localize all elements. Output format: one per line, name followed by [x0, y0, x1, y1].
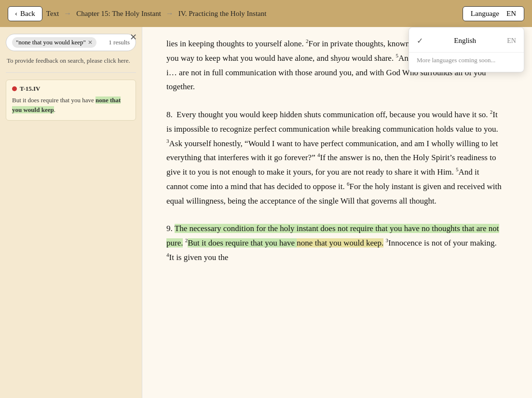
result-snippet: But it does require that you have none t…	[12, 96, 130, 116]
paragraph-9: 9.The necessary condition for the holy i…	[166, 221, 503, 264]
nav-text-label: Text	[46, 10, 59, 18]
english-code: EN	[507, 37, 516, 45]
feedback-text: To provide feedback on search, please cl…	[7, 56, 135, 66]
content-area[interactable]: lies in keeping thoughts to yourself alo…	[142, 27, 532, 398]
para-9-s2-key: none that you would keep.	[297, 238, 383, 247]
result-ref-text: T-15.IV	[20, 85, 41, 93]
back-button[interactable]: ‹ Back	[8, 6, 42, 21]
nav-bar: ‹ Back Text → Chapter 15: The Holy Insta…	[0, 0, 532, 27]
snippet-after: .	[54, 106, 55, 113]
result-card[interactable]: T-15.IV But it does require that you hav…	[6, 80, 136, 121]
paragraph-8: 8. Every thought you would keep hidden s…	[166, 108, 503, 208]
search-tag: "none that you would keep" ✕	[12, 37, 96, 48]
sidebar-close-button[interactable]: ✕	[130, 32, 137, 42]
language-option-english[interactable]: ✓ English EN	[409, 31, 524, 50]
para-8-num: 8.	[166, 110, 173, 119]
language-dropdown: ✓ English EN More languages coming soon.…	[409, 27, 524, 72]
para-8-s1: Every thought you would keep hidden shut…	[177, 110, 488, 119]
para-9-s4: It is given you the	[169, 253, 229, 262]
english-label: English	[454, 37, 476, 45]
search-bar: "none that you would keep" ✕ 1 results	[6, 34, 136, 51]
nav-section-label: IV. Practicing the Holy Instant	[178, 10, 267, 18]
search-tag-text: "none that you would keep"	[16, 39, 86, 46]
language-label: Language	[471, 10, 499, 17]
nav-chapter-label: Chapter 15: The Holy Instant	[76, 10, 161, 18]
snippet-before: But it does require that you have	[12, 96, 95, 104]
language-code: EN	[506, 10, 516, 17]
search-tag-clear[interactable]: ✕	[88, 39, 93, 46]
result-reference: T-15.IV	[12, 85, 130, 93]
result-dot-icon	[12, 86, 17, 91]
coming-soon-text: More languages coming soon...	[409, 52, 524, 68]
nav-arrow-2: →	[166, 9, 174, 18]
sidebar-divider	[6, 72, 136, 73]
para-9-s2: But it does require that you have none t…	[188, 238, 383, 247]
main-layout: ✕ "none that you would keep" ✕ 1 results…	[0, 27, 532, 398]
sidebar: ✕ "none that you would keep" ✕ 1 results…	[0, 27, 142, 398]
para-9-num: 9.	[166, 224, 173, 233]
back-chevron-icon: ‹	[15, 10, 17, 18]
results-count: 1 results	[109, 39, 130, 46]
checkmark-icon: ✓	[417, 36, 423, 45]
nav-arrow-1: →	[64, 9, 71, 18]
language-button[interactable]: Language EN	[463, 6, 524, 21]
back-label: Back	[20, 10, 35, 18]
para-9-s3: Innocence is not of your making.	[388, 238, 497, 247]
